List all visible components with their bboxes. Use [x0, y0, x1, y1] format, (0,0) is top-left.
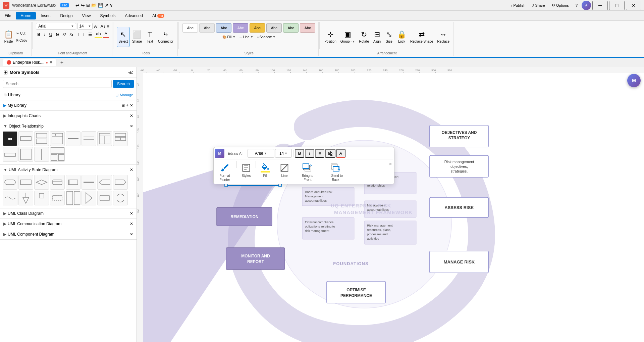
my-library-header[interactable]: ▶ My Library ⊞ + ✕	[0, 102, 137, 109]
ft-bring-to-front[interactable]: Bring to Front	[296, 161, 319, 183]
shape-item[interactable]	[50, 147, 65, 162]
subscript-btn[interactable]: X₂	[68, 32, 74, 37]
menu-item-file[interactable]: File	[0, 12, 16, 19]
font-decrease-btn[interactable]: A↓	[101, 24, 106, 29]
uml-activity-header[interactable]: ▼ UML Activity State Diagram ✕	[0, 166, 137, 174]
manage-link[interactable]: ⊞	[115, 93, 118, 97]
connector-tool-btn[interactable]: ⤷ Connector	[157, 27, 175, 47]
infographic-close-icon[interactable]: ✕	[130, 113, 133, 118]
uml-act-close-icon[interactable]: ✕	[130, 167, 133, 172]
menu-item-design[interactable]: Design	[55, 12, 77, 19]
ft-italic-btn[interactable]: I	[305, 149, 314, 158]
ft-format-painter[interactable]: Format Painter	[215, 161, 234, 183]
uml-class-header[interactable]: ▶ UML Class Diagram ✕	[0, 210, 137, 217]
text-tool-btn[interactable]: T Text	[145, 27, 155, 47]
manage-label[interactable]: Manage	[120, 93, 133, 97]
more-btn[interactable]: ∨	[110, 3, 113, 8]
style-thumb-6[interactable]: Abc	[266, 23, 282, 33]
canvas[interactable]: UQ ENTERPRISE RISK MANAGEMENT FRAMEWORK …	[143, 73, 644, 342]
menu-item-view[interactable]: View	[77, 12, 96, 19]
style-thumb-3[interactable]: Abc	[216, 23, 231, 33]
font-increase-btn[interactable]: A↑	[94, 24, 99, 29]
shape-item[interactable]	[82, 131, 96, 146]
lock-btn[interactable]: 🔒 Lock	[396, 27, 408, 47]
file-tab-0[interactable]: 🔴 Enterprise Risk.... ● ✕	[3, 59, 56, 66]
shape-item[interactable]	[66, 131, 80, 146]
shape-item[interactable]: ...	[97, 191, 112, 205]
ft-fill[interactable]: Fill	[258, 161, 273, 183]
copy-btn[interactable]: ⎘Copy	[15, 37, 29, 44]
uml-comm-header[interactable]: ▶ UML Communication Diagram ✕	[0, 220, 137, 228]
size-btn[interactable]: ⤡ Size	[384, 27, 394, 47]
shape-item[interactable]	[34, 131, 49, 146]
undo-btn[interactable]: ↩	[75, 3, 79, 8]
shape-item[interactable]: ■■	[3, 131, 17, 146]
uml-comp-header[interactable]: ▶ UML Component Diagram ✕	[0, 231, 137, 238]
uml-comp-close-icon[interactable]: ✕	[130, 232, 133, 237]
superscript-btn[interactable]: X²	[61, 32, 67, 37]
help-btn[interactable]: ?	[573, 2, 580, 8]
my-lib-manage-icon[interactable]: ⊞	[121, 103, 125, 108]
edraw-ai-label[interactable]: Edraw AI	[226, 149, 245, 158]
shape-item[interactable]	[97, 131, 112, 146]
position-btn[interactable]: ⊹ Position	[323, 27, 338, 47]
object-relationship-header[interactable]: ▼ Object Relationship ✕	[0, 123, 137, 130]
shape-item[interactable]	[66, 191, 80, 205]
align-btn[interactable]: ⊟ Align	[372, 27, 382, 47]
ft-send-to-back[interactable]: = Send to Back	[323, 161, 348, 183]
ft-close-btn[interactable]: ✕	[388, 161, 393, 167]
new-btn[interactable]: ⊞	[86, 3, 90, 8]
menu-item-symbols[interactable]: Symbols	[96, 12, 120, 19]
strikethrough-btn[interactable]: S	[55, 31, 60, 38]
ft-styles[interactable]: Styles	[239, 161, 254, 183]
redo-btn[interactable]: ↪	[81, 3, 85, 8]
style-thumb-1[interactable]: Abc	[182, 23, 198, 33]
bold-btn[interactable]: B	[36, 31, 42, 38]
user-avatar[interactable]: A	[582, 1, 591, 10]
infographic-header[interactable]: ▶ Infographic Charts ✕	[0, 112, 137, 119]
text-dir-btn[interactable]: T	[75, 31, 81, 38]
bullets-btn[interactable]: ⁝	[82, 31, 86, 38]
shape-item[interactable]	[18, 191, 33, 205]
shape-item[interactable]	[18, 147, 33, 162]
ft-font-selector[interactable]: Arial ▼	[248, 149, 274, 158]
shape-tool-btn[interactable]: ⬜ Shape	[131, 27, 143, 47]
style-thumb-8[interactable]: Abc	[300, 23, 315, 33]
cut-btn[interactable]: ✂Cut	[15, 30, 29, 37]
shape-item[interactable]	[113, 191, 128, 205]
shape-item[interactable]	[50, 131, 65, 146]
shape-item[interactable]	[3, 175, 17, 190]
ft-align-btn[interactable]: ≡	[315, 149, 324, 158]
font-color-btn[interactable]: A	[103, 31, 109, 38]
paste-btn[interactable]: 📋 Paste	[3, 27, 14, 47]
highlight-btn[interactable]: ab	[95, 31, 102, 38]
export-btn[interactable]: ↗	[105, 3, 108, 8]
shape-item[interactable]	[18, 131, 33, 146]
shape-item[interactable]	[82, 175, 96, 190]
uml-comm-close-icon[interactable]: ✕	[130, 222, 133, 226]
underline-btn[interactable]: U	[48, 31, 53, 38]
ft-fontcolor-btn[interactable]: A	[336, 149, 345, 158]
open-btn[interactable]: 📂	[91, 3, 97, 8]
shape-item[interactable]	[3, 191, 17, 205]
style-thumb-5[interactable]: Abc	[250, 23, 265, 33]
publish-btn[interactable]: ↑Publish	[508, 2, 528, 8]
group-btn[interactable]: ▣ Group - ▼	[339, 27, 357, 47]
select-tool-btn[interactable]: ↖ Select	[117, 27, 129, 47]
save-btn[interactable]: 💾	[98, 3, 103, 8]
list-btn[interactable]: ☰	[87, 31, 94, 38]
shape-item[interactable]	[34, 191, 49, 205]
options-btn[interactable]: ⚙Options	[549, 2, 572, 8]
share-btn[interactable]: ⤴Share	[530, 2, 548, 8]
ft-underline-btn[interactable]: ab̲	[325, 149, 335, 158]
replace-shape-btn[interactable]: ⇄ Replace Shape	[409, 27, 434, 47]
rotate-btn[interactable]: ↻ Rotate	[358, 27, 370, 47]
shape-item[interactable]	[18, 175, 33, 190]
shape-item[interactable]	[3, 147, 17, 162]
shape-item[interactable]	[113, 175, 128, 190]
shape-item[interactable]	[34, 175, 49, 190]
shape-item[interactable]	[34, 147, 49, 162]
line-btn[interactable]: ─Line▼	[238, 34, 255, 40]
search-button[interactable]: Search	[113, 80, 134, 88]
library-header[interactable]: ⊕ Library ⊞ Manage	[0, 91, 137, 99]
